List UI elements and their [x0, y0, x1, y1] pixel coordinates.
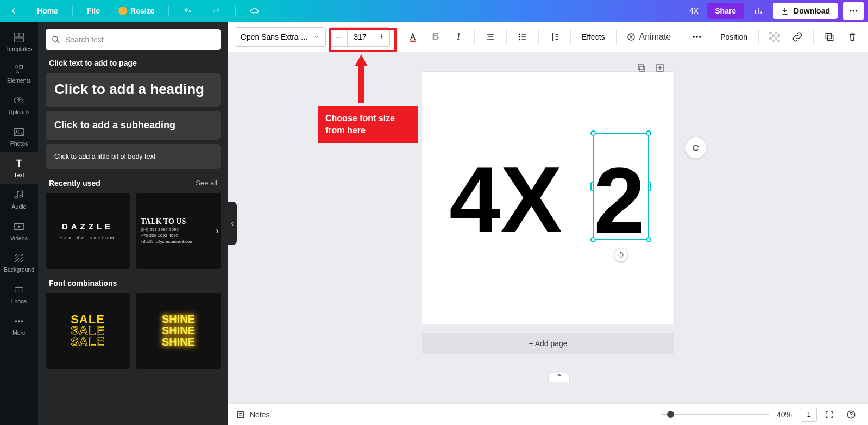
rail-photos[interactable]: Photos [0, 121, 38, 152]
more-menu-button[interactable] [843, 2, 864, 20]
animate-button[interactable]: Animate [623, 28, 675, 46]
svg-point-0 [850, 10, 851, 12]
svg-rect-7 [20, 66, 22, 69]
svg-point-20 [519, 39, 520, 40]
resize-handle-ml[interactable] [590, 182, 594, 191]
see-all-link[interactable]: See all [196, 179, 217, 187]
svg-point-13 [15, 320, 17, 322]
add-subheading-card[interactable]: Click to add a subheading [46, 111, 221, 140]
zoom-slider[interactable] [661, 414, 769, 415]
help-button[interactable] [842, 405, 860, 424]
file-menu[interactable]: File [83, 4, 104, 17]
svg-point-40 [851, 416, 852, 417]
font-family-select[interactable]: Open Sans Extra … [235, 27, 326, 47]
redo-button[interactable] [207, 4, 225, 18]
cloud-sync-icon[interactable] [246, 4, 264, 18]
undo-button[interactable] [179, 4, 197, 18]
document-title[interactable]: 4X [689, 7, 699, 15]
svg-rect-34 [828, 35, 833, 40]
rail-more[interactable]: More [0, 310, 38, 341]
combo-thumb-sale[interactable]: SALE SALE SALE [46, 293, 130, 369]
bold-button[interactable]: B [426, 28, 445, 46]
zoom-thumb[interactable] [667, 411, 674, 418]
font-size-increase[interactable]: + [373, 28, 389, 46]
crown-icon: 👑 [118, 7, 127, 15]
back-button[interactable] [4, 4, 23, 18]
recent-thumb-talk[interactable]: TALK TO US (04) 298 3985 2092 +76 209 10… [136, 193, 221, 269]
svg-text:co.: co. [17, 289, 21, 292]
svg-rect-30 [769, 37, 772, 40]
text-element-4x[interactable]: 4X [449, 153, 562, 246]
rail-elements[interactable]: Elements [0, 58, 38, 89]
download-icon [781, 7, 789, 15]
canvas-page[interactable]: 4X 2 [422, 72, 674, 324]
regenerate-button[interactable] [685, 137, 707, 159]
position-button[interactable]: Position [716, 33, 752, 41]
svg-rect-3 [15, 33, 18, 37]
download-button[interactable]: Download [773, 3, 838, 19]
rail-text[interactable]: Text [0, 152, 38, 184]
svg-rect-36 [640, 66, 645, 71]
list-button[interactable] [513, 28, 532, 46]
notes-button[interactable]: Notes [236, 410, 270, 420]
rail-audio[interactable]: Audio [0, 184, 38, 215]
fullscreen-button[interactable] [820, 405, 839, 424]
transparency-button[interactable] [765, 28, 784, 46]
italic-button[interactable]: I [449, 28, 468, 46]
svg-rect-26 [769, 32, 772, 34]
add-heading-card[interactable]: Click to add a heading [46, 73, 221, 107]
bottom-bar: Notes 40% 1 [228, 403, 868, 425]
duplicate-button[interactable] [820, 28, 839, 46]
search-box[interactable] [46, 29, 221, 50]
combo-thumb-shine[interactable]: SHINE SHINE SHINE [136, 293, 221, 369]
rail-logos[interactable]: co.Logos [0, 278, 38, 310]
effects-button[interactable]: Effects [577, 33, 609, 41]
text-element-2[interactable]: 2 [594, 154, 645, 247]
resize-handle-tr[interactable] [646, 130, 651, 136]
resize-button[interactable]: 👑Resize [114, 4, 159, 17]
app-header: Home File 👑Resize 4X Share Download [0, 0, 868, 22]
resize-handle-bl[interactable] [590, 237, 596, 242]
svg-point-24 [699, 36, 701, 38]
zoom-label[interactable]: 40% [777, 410, 792, 419]
expand-pages-tab[interactable]: ⌃ [548, 373, 570, 382]
recent-thumb-dazzle[interactable]: DAZZLE eau de parfum [46, 193, 130, 269]
home-button[interactable]: Home [33, 4, 62, 17]
svg-point-6 [15, 66, 18, 69]
canvas-area[interactable]: 4X 2 + Add page ⌃ [228, 52, 868, 403]
font-size-decrease[interactable]: – [331, 28, 347, 46]
rail-videos[interactable]: Videos [0, 215, 38, 247]
text-color-button[interactable] [404, 28, 422, 46]
resize-handle-br[interactable] [646, 237, 651, 242]
svg-point-19 [519, 36, 520, 38]
delete-button[interactable] [843, 28, 861, 46]
search-input[interactable] [65, 35, 215, 44]
link-button[interactable] [788, 28, 807, 46]
chevron-down-icon [313, 34, 320, 40]
svg-point-1 [853, 10, 854, 12]
resize-handle-tl[interactable] [590, 130, 596, 136]
rail-templates[interactable]: Templates [0, 26, 38, 58]
next-thumbs-button[interactable]: › [211, 224, 224, 238]
font-size-input[interactable] [347, 28, 373, 46]
svg-point-23 [696, 36, 698, 38]
spacing-button[interactable] [545, 28, 564, 46]
rail-uploads[interactable]: Uploads [0, 89, 38, 121]
svg-rect-33 [777, 40, 780, 42]
selected-text-element[interactable]: 2 [593, 133, 649, 240]
rotate-handle[interactable] [614, 248, 628, 262]
more-options-button[interactable] [688, 28, 706, 46]
share-button[interactable]: Share [707, 3, 744, 19]
notes-icon [236, 410, 246, 420]
add-page-button[interactable]: + Add page [422, 333, 674, 354]
rail-background[interactable]: Background [0, 247, 38, 278]
collapse-panel-button[interactable]: ‹ [228, 202, 237, 245]
svg-rect-28 [772, 34, 775, 37]
resize-handle-mr[interactable] [648, 182, 651, 191]
alignment-button[interactable] [481, 28, 500, 46]
svg-rect-37 [638, 65, 643, 70]
insights-button[interactable] [749, 4, 768, 18]
font-combinations-title: Font combinations [49, 279, 117, 288]
add-body-card[interactable]: Click to add a little bit of body text [46, 144, 221, 169]
page-count-button[interactable]: 1 [801, 408, 817, 422]
